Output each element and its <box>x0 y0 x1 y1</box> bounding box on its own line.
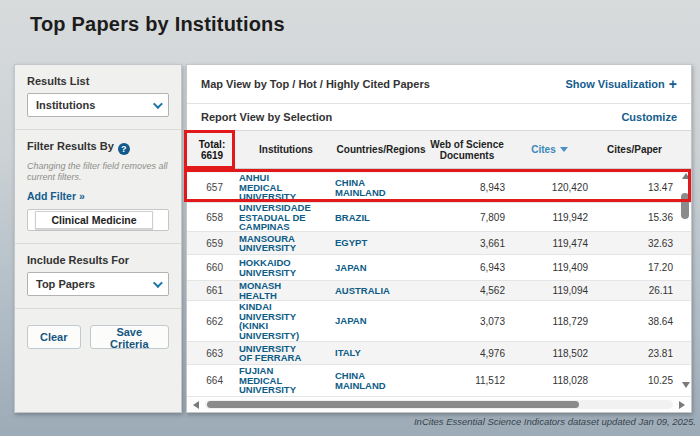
table-row[interactable]: 662 KINDAI UNIVERSITY (KINKI UNIVERSITY)… <box>187 301 691 342</box>
filter-results-by-label: Filter Results By? <box>27 140 169 155</box>
include-results-dropdown[interactable]: Top Papers <box>27 272 169 296</box>
add-filter-link[interactable]: Add Filter » <box>27 190 85 202</box>
wos-documents-value: 4,562 <box>427 285 507 296</box>
table-row[interactable]: 664 FUJIAN MEDICAL UNIVERSITY CHINA MAIN… <box>187 365 691 397</box>
plus-icon: + <box>669 79 677 89</box>
country-label: JAPAN <box>335 263 427 273</box>
active-filter-tag[interactable]: Clinical Medicine <box>35 211 153 229</box>
row-rank: 658 <box>187 212 237 223</box>
table-row[interactable]: 663 UNIVERSITY OF FERRARA ITALY 4,976 11… <box>187 342 691 365</box>
country-label: AUSTRALIA <box>335 286 427 296</box>
institution-link[interactable]: MONASH HEALTH <box>237 281 335 300</box>
map-view-bar: Map View by Top / Hot / Highly Cited Pap… <box>187 65 691 104</box>
show-visualization-label: Show Visualization <box>565 78 664 90</box>
country-label: BRAZIL <box>335 213 427 223</box>
wos-documents-value: 4,976 <box>427 348 507 359</box>
institution-link[interactable]: UNIVERSIDADE ESTADUAL DE CAMPINAS <box>237 203 335 232</box>
results-list-dropdown[interactable]: Institutions <box>27 93 169 117</box>
total-count-cell: Total: 6619 <box>187 139 237 161</box>
cites-value: 119,474 <box>507 238 592 249</box>
include-results-label: Include Results For <box>27 254 169 266</box>
results-list-selected-value: Institutions <box>36 99 95 111</box>
table-row[interactable]: 657 ANHUI MEDICAL UNIVERSITY CHINA MAINL… <box>187 173 691 203</box>
main-panel: Map View by Top / Hot / Highly Cited Pap… <box>186 64 692 413</box>
institution-link[interactable]: KINDAI UNIVERSITY (KINKI UNIVERSITY) <box>237 302 335 340</box>
country-label: CHINA MAINLAND <box>335 371 427 390</box>
vertical-scrollbar-thumb[interactable] <box>681 193 689 219</box>
customize-link[interactable]: Customize <box>621 111 677 123</box>
row-rank: 659 <box>187 238 237 249</box>
column-header-cites-per-paper[interactable]: Cites/Paper <box>592 144 677 155</box>
help-icon[interactable]: ? <box>118 143 130 155</box>
clipped-previous-row <box>187 169 691 173</box>
table-row[interactable]: 659 MANSOURA UNIVERSITY EGYPT 3,661 119,… <box>187 232 691 255</box>
show-visualization-link[interactable]: Show Visualization + <box>565 78 677 90</box>
institution-link[interactable]: FUJIAN MEDICAL UNIVERSITY <box>237 366 335 395</box>
sidebar: Results List Institutions Filter Results… <box>14 64 182 413</box>
dataset-update-note: InCites Essential Science Indicators dat… <box>414 416 696 427</box>
country-label: JAPAN <box>335 316 427 326</box>
total-label: Total: <box>187 139 237 150</box>
horizontal-scrollbar-track[interactable] <box>205 400 673 409</box>
include-results-selected-value: Top Papers <box>36 278 95 290</box>
report-view-title: Report View by Selection <box>201 111 332 123</box>
cites-per-paper-value: 38.64 <box>592 316 677 327</box>
cites-per-paper-value: 10.25 <box>592 375 677 386</box>
filter-section: Filter Results By? Changing the filter f… <box>15 130 181 244</box>
table-row[interactable]: 660 HOKKAIDO UNIVERSITY JAPAN 6,943 119,… <box>187 255 691 281</box>
results-list-section: Results List Institutions <box>15 65 181 130</box>
cites-per-paper-value: 17.20 <box>592 262 677 273</box>
country-label: ITALY <box>335 348 427 358</box>
cites-per-paper-value: 23.81 <box>592 348 677 359</box>
cites-header-label: Cites <box>531 144 555 155</box>
wos-documents-value: 11,512 <box>427 375 507 386</box>
cites-per-paper-value: 15.36 <box>592 212 677 223</box>
report-view-bar: Report View by Selection Customize <box>187 104 691 131</box>
row-rank: 663 <box>187 348 237 359</box>
table-row[interactable]: 661 MONASH HEALTH AUSTRALIA 4,562 119,09… <box>187 281 691 301</box>
horizontal-scrollbar[interactable] <box>187 398 691 411</box>
scroll-down-icon[interactable] <box>682 382 690 388</box>
cites-value: 118,502 <box>507 348 592 359</box>
clipped-text-remnant <box>239 169 343 172</box>
institution-link[interactable]: HOKKAIDO UNIVERSITY <box>237 258 335 277</box>
row-rank: 662 <box>187 316 237 327</box>
cites-value: 119,942 <box>507 212 592 223</box>
institution-link[interactable]: UNIVERSITY OF FERRARA <box>237 344 335 363</box>
map-view-title: Map View by Top / Hot / Highly Cited Pap… <box>201 78 430 90</box>
cites-value: 119,094 <box>507 285 592 296</box>
institution-link[interactable]: MANSOURA UNIVERSITY <box>237 234 335 253</box>
row-rank: 664 <box>187 375 237 386</box>
column-header-countries[interactable]: Countries/Regions <box>335 144 427 155</box>
institution-link[interactable]: ANHUI MEDICAL UNIVERSITY <box>237 173 335 202</box>
scroll-left-icon[interactable] <box>193 401 199 409</box>
filter-field[interactable]: Clinical Medicine <box>27 209 169 231</box>
results-list-label: Results List <box>27 75 169 87</box>
table-row[interactable]: 658 UNIVERSIDADE ESTADUAL DE CAMPINAS BR… <box>187 203 691 232</box>
filter-note: Changing the filter field removes all cu… <box>27 161 169 183</box>
chevron-down-icon <box>153 99 163 109</box>
total-value: 6619 <box>187 150 237 161</box>
row-rank: 661 <box>187 285 237 296</box>
scroll-right-icon[interactable] <box>679 401 685 409</box>
chevron-down-icon <box>153 278 163 288</box>
scroll-up-icon[interactable] <box>682 173 690 179</box>
include-results-section: Include Results For Top Papers <box>15 244 181 309</box>
column-header-wos-documents[interactable]: Web of Science Documents <box>427 139 507 161</box>
save-criteria-button[interactable]: Save Criteria <box>90 325 169 349</box>
wos-documents-value: 6,943 <box>427 262 507 273</box>
wos-documents-value: 7,809 <box>427 212 507 223</box>
sort-desc-icon <box>560 147 568 152</box>
cites-per-paper-value: 32.63 <box>592 238 677 249</box>
page-title: Top Papers by Institutions <box>30 13 285 36</box>
wos-documents-value: 3,661 <box>427 238 507 249</box>
row-rank: 657 <box>187 182 237 193</box>
horizontal-scrollbar-thumb[interactable] <box>207 401 579 408</box>
filter-label-text: Filter Results By <box>27 140 114 152</box>
cites-value: 120,420 <box>507 182 592 193</box>
column-header-institutions[interactable]: Institutions <box>237 144 335 155</box>
cites-value: 119,409 <box>507 262 592 273</box>
wos-documents-value: 8,943 <box>427 182 507 193</box>
clear-button[interactable]: Clear <box>27 325 81 349</box>
column-header-cites[interactable]: Cites <box>507 144 592 155</box>
